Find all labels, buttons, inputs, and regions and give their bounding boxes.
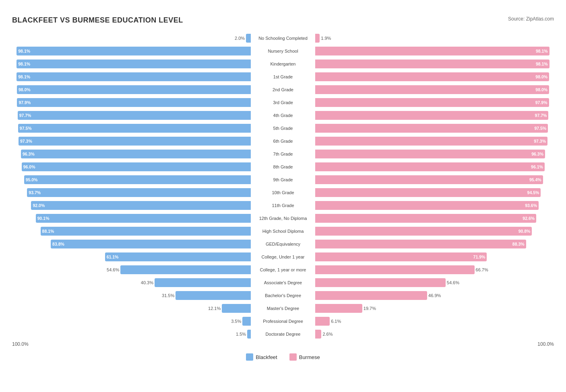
- burmese-bar-value: 98.0%: [535, 87, 547, 92]
- right-bar-section: 96.1%: [315, 161, 554, 172]
- burmese-outer-value: 6.1%: [331, 319, 341, 324]
- blackfeet-bar: 97.5%: [18, 124, 251, 133]
- blackfeet-bar: 97.9%: [17, 98, 251, 107]
- blackfeet-bar: 61.1%: [105, 252, 251, 261]
- blackfeet-bar-value: 97.7%: [19, 113, 31, 118]
- category-label: College, Under 1 year: [251, 254, 315, 260]
- left-bar-section: 96.3%: [12, 148, 251, 160]
- left-bar-section: 88.1%: [12, 226, 251, 237]
- left-bar-section: 93.7%: [12, 187, 251, 198]
- burmese-bar-value: 94.5%: [527, 190, 539, 195]
- burmese-bar-value: 71.9%: [473, 254, 485, 259]
- blackfeet-bar-value: 95.0%: [26, 177, 38, 182]
- blackfeet-bar-value: 97.3%: [20, 139, 32, 144]
- blackfeet-bar: [176, 291, 251, 300]
- category-label: College, 1 year or more: [251, 267, 315, 273]
- burmese-bar-value: 97.3%: [534, 139, 546, 144]
- category-label: Master's Degree: [251, 305, 315, 312]
- burmese-bar-value: 92.6%: [523, 216, 535, 221]
- blackfeet-bar: 96.3%: [21, 150, 251, 158]
- bar-row: 1.5%Doctorate Degree2.6%: [12, 328, 554, 340]
- right-bar-section: 96.3%: [315, 148, 554, 160]
- burmese-bar: 96.1%: [315, 162, 545, 171]
- burmese-bar: 98.1%: [315, 60, 549, 68]
- category-label: Kindergarten: [251, 61, 315, 67]
- blackfeet-bar: 95.0%: [24, 175, 251, 184]
- chart-area: 2.0%No Schooling Completed1.9%98.1%Nurse…: [12, 33, 554, 340]
- bar-row: 93.7%10th Grade94.5%: [12, 187, 554, 198]
- bar-row: 97.9%3rd Grade97.9%: [12, 97, 554, 108]
- left-bar-section: 97.7%: [12, 110, 251, 121]
- burmese-bar: [315, 278, 446, 287]
- blackfeet-legend-label: Blackfeet: [256, 354, 277, 360]
- blackfeet-bar-value: 98.1%: [18, 62, 30, 66]
- burmese-bar-value: 97.5%: [534, 126, 546, 131]
- bar-row: 97.7%4th Grade97.7%: [12, 110, 554, 121]
- category-label: Associate's Degree: [251, 279, 315, 286]
- chart-header: BLACKFEET VS BURMESE EDUCATION LEVEL Sou…: [12, 16, 554, 25]
- left-bar-section: 2.0%: [12, 33, 251, 44]
- right-bar-section: 1.9%: [315, 33, 554, 44]
- bar-row: 98.1%Nursery School98.1%: [12, 45, 554, 57]
- burmese-bar: 98.1%: [315, 47, 549, 55]
- burmese-bar: 98.0%: [315, 85, 549, 94]
- bar-row: 98.1%Kindergarten98.1%: [12, 58, 554, 70]
- category-label: 12th Grade, No Diploma: [251, 215, 315, 222]
- burmese-bar: 92.6%: [315, 214, 536, 223]
- burmese-outer-value: 1.9%: [321, 36, 331, 41]
- bottom-labels: 100.0% 100.0%: [12, 341, 554, 347]
- bar-row: 90.1%12th Grade, No Diploma92.6%: [12, 213, 554, 224]
- burmese-outer-value: 54.6%: [447, 280, 459, 285]
- blackfeet-outer-value: 1.5%: [236, 332, 246, 337]
- right-bar-section: 97.5%: [315, 123, 554, 134]
- category-label: 6th Grade: [251, 138, 315, 144]
- blackfeet-bar-value: 96.0%: [23, 164, 35, 169]
- burmese-bar: 97.7%: [315, 111, 548, 120]
- blackfeet-bar: [155, 278, 251, 287]
- burmese-bar: 71.9%: [315, 252, 487, 261]
- chart-container: BLACKFEET VS BURMESE EDUCATION LEVEL Sou…: [8, 8, 558, 369]
- left-bar-section: 61.1%: [12, 251, 251, 263]
- burmese-outer-value: 66.7%: [476, 267, 488, 272]
- blackfeet-bar: 98.1%: [17, 60, 251, 68]
- burmese-outer-value: 2.6%: [322, 332, 333, 337]
- bar-row: 96.0%8th Grade96.1%: [12, 161, 554, 172]
- category-label: GED/Equivalency: [251, 241, 315, 247]
- bar-row: 92.0%11th Grade93.6%: [12, 200, 554, 211]
- burmese-bar: 90.8%: [315, 227, 532, 236]
- burmese-bar-value: 96.1%: [531, 164, 543, 169]
- bar-row: 96.3%7th Grade96.3%: [12, 148, 554, 160]
- category-label: Nursery School: [251, 48, 315, 54]
- left-bar-section: 98.1%: [12, 71, 251, 82]
- category-label: 2nd Grade: [251, 86, 315, 93]
- chart-source: Source: ZipAtlas.com: [508, 16, 554, 22]
- blackfeet-bar: 96.0%: [22, 162, 251, 171]
- blackfeet-bar: [222, 304, 251, 313]
- left-bar-section: 1.5%: [12, 328, 251, 340]
- burmese-bar-value: 97.9%: [535, 100, 547, 105]
- category-label: 8th Grade: [251, 164, 315, 170]
- blackfeet-bar: [120, 265, 251, 274]
- bar-row: 2.0%No Schooling Completed1.9%: [12, 33, 554, 44]
- right-bar-section: 71.9%: [315, 251, 554, 263]
- legend: Blackfeet Burmese: [12, 353, 554, 361]
- burmese-bar: 97.3%: [315, 137, 547, 146]
- burmese-bar: 95.4%: [315, 175, 543, 184]
- blackfeet-bar: 93.7%: [27, 188, 251, 197]
- category-label: High School Diploma: [251, 228, 315, 234]
- bar-row: 54.6%College, 1 year or more66.7%: [12, 264, 554, 275]
- blackfeet-bar-value: 83.8%: [52, 242, 64, 246]
- category-label: 11th Grade: [251, 202, 315, 209]
- blackfeet-bar: 97.7%: [18, 111, 251, 120]
- right-bar-section: 97.7%: [315, 110, 554, 121]
- category-label: 5th Grade: [251, 125, 315, 131]
- burmese-outer-value: 46.9%: [428, 293, 441, 298]
- category-label: Doctorate Degree: [251, 331, 315, 337]
- burmese-bar: [315, 291, 427, 300]
- blackfeet-bar: [246, 34, 251, 43]
- burmese-bar-value: 88.3%: [512, 242, 525, 246]
- right-bar-section: 90.8%: [315, 226, 554, 237]
- blackfeet-outer-value: 3.5%: [231, 319, 241, 324]
- right-bar-section: 92.6%: [315, 213, 554, 224]
- bar-row: 61.1%College, Under 1 year71.9%: [12, 251, 554, 263]
